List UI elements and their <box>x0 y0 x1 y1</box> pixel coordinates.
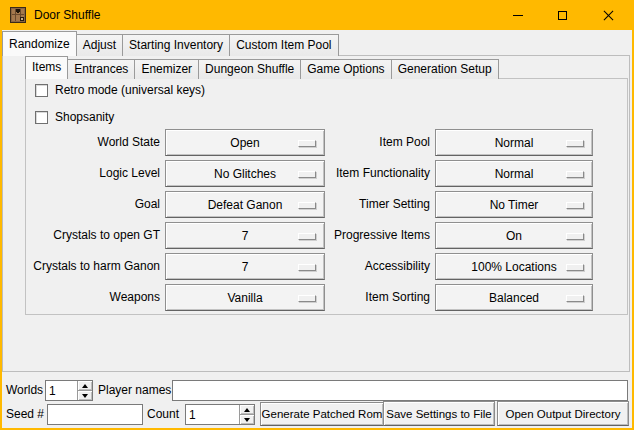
item-pool-dropdown[interactable]: Normal <box>435 129 593 156</box>
count-label: Count <box>147 403 179 425</box>
item-functionality-label: Item Functionality <box>288 160 430 187</box>
logic-level-label: Logic Level <box>20 160 160 187</box>
retro-mode-label[interactable]: Retro mode (universal keys) <box>55 83 205 98</box>
shopsanity-checkbox[interactable] <box>35 111 48 124</box>
arrow-down-icon <box>244 418 250 422</box>
close-button[interactable] <box>584 0 632 30</box>
worlds-spin-down-button[interactable] <box>78 390 92 400</box>
shopsanity-label[interactable]: Shopsanity <box>55 110 114 125</box>
worlds-label: Worlds <box>6 379 43 401</box>
arrow-down-icon <box>82 394 88 398</box>
timer-setting-label: Timer Setting <box>288 191 430 218</box>
item-sorting-label: Item Sorting <box>288 284 430 311</box>
dropdown-indicator-icon <box>566 202 584 209</box>
player-names-input[interactable] <box>172 380 628 401</box>
count-spinner[interactable] <box>185 404 255 425</box>
crystals-gt-value: 7 <box>242 229 249 243</box>
accessibility-value: 100% Locations <box>471 260 556 274</box>
item-sorting-value: Balanced <box>489 291 539 305</box>
tab-generation-setup[interactable]: Generation Setup <box>391 59 499 79</box>
logic-level-value: No Glitches <box>214 167 276 181</box>
maximize-icon <box>558 11 567 20</box>
progressive-items-label: Progressive Items <box>288 222 430 249</box>
dropdown-indicator-icon <box>566 171 584 178</box>
world-state-value: Open <box>230 136 259 150</box>
tab-items[interactable]: Items <box>25 56 68 79</box>
seed-input[interactable] <box>47 404 143 425</box>
minimize-button[interactable] <box>496 0 540 30</box>
accessibility-dropdown[interactable]: 100% Locations <box>435 253 593 280</box>
maximize-button[interactable] <box>540 0 584 30</box>
weapons-value: Vanilla <box>227 291 262 305</box>
tab-starting-inventory[interactable]: Starting Inventory <box>122 34 230 56</box>
dropdown-indicator-icon <box>566 264 584 271</box>
worlds-spin-up-button[interactable] <box>78 381 92 390</box>
retro-mode-checkbox[interactable] <box>35 84 48 97</box>
timer-setting-value: No Timer <box>490 198 539 212</box>
player-names-label: Player names <box>98 379 171 401</box>
weapons-label: Weapons <box>20 284 160 311</box>
tab-randomize[interactable]: Randomize <box>2 31 77 56</box>
seed-label: Seed # <box>6 403 44 425</box>
tab-entrances[interactable]: Entrances <box>67 59 135 79</box>
tab-custom-item-pool[interactable]: Custom Item Pool <box>229 34 338 56</box>
item-pool-value: Normal <box>495 136 534 150</box>
main-tab-bar: Randomize Adjust Starting Inventory Cust… <box>2 32 338 56</box>
minimize-icon <box>513 15 523 16</box>
item-functionality-value: Normal <box>495 167 534 181</box>
tab-dungeon-shuffle[interactable]: Dungeon Shuffle <box>198 59 301 79</box>
app-icon <box>10 7 26 23</box>
crystals-ganon-value: 7 <box>242 260 249 274</box>
open-output-directory-button[interactable]: Open Output Directory <box>497 401 629 426</box>
titlebar[interactable]: Door Shuffle <box>0 0 634 30</box>
accessibility-label: Accessibility <box>288 253 430 280</box>
dropdown-indicator-icon <box>566 140 584 147</box>
arrow-up-icon <box>82 384 88 388</box>
save-settings-button[interactable]: Save Settings to File <box>383 401 495 426</box>
dropdown-indicator-icon <box>566 233 584 240</box>
item-sorting-dropdown[interactable]: Balanced <box>435 284 593 311</box>
generate-patched-rom-button[interactable]: Generate Patched Rom <box>260 402 384 426</box>
count-spin-down-button[interactable] <box>240 414 254 424</box>
tab-enemizer[interactable]: Enemizer <box>134 59 199 79</box>
progressive-items-dropdown[interactable]: On <box>435 222 593 249</box>
count-spin-up-button[interactable] <box>240 405 254 414</box>
close-icon <box>602 9 615 22</box>
goal-label: Goal <box>20 191 160 218</box>
window-title: Door Shuffle <box>34 0 101 30</box>
arrow-up-icon <box>244 408 250 412</box>
tab-adjust[interactable]: Adjust <box>76 34 123 56</box>
tab-game-options[interactable]: Game Options <box>300 59 391 79</box>
worlds-input[interactable] <box>46 381 77 400</box>
count-input[interactable] <box>186 405 239 424</box>
item-pool-label: Item Pool <box>288 129 430 156</box>
goal-value: Defeat Ganon <box>208 198 283 212</box>
progressive-items-value: On <box>506 229 522 243</box>
app-window: Door Shuffle Randomize Adjust Starting I… <box>0 0 634 430</box>
worlds-spinner[interactable] <box>45 380 93 401</box>
item-functionality-dropdown[interactable]: Normal <box>435 160 593 187</box>
sub-tab-bar: Items Entrances Enemizer Dungeon Shuffle… <box>25 57 498 79</box>
crystals-ganon-label: Crystals to harm Ganon <box>20 253 160 280</box>
dropdown-indicator-icon <box>566 295 584 302</box>
timer-setting-dropdown[interactable]: No Timer <box>435 191 593 218</box>
crystals-gt-label: Crystals to open GT <box>20 222 160 249</box>
world-state-label: World State <box>20 129 160 156</box>
